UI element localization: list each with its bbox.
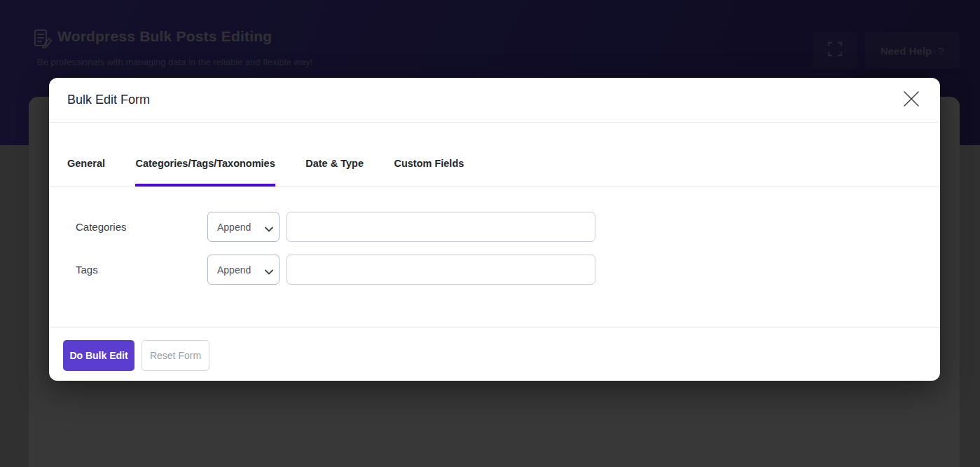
modal-form: Categories Append Tags Append [49, 187, 940, 285]
reset-form-button[interactable]: Reset Form [142, 340, 209, 371]
do-bulk-edit-button[interactable]: Do Bulk Edit [63, 340, 134, 371]
tags-input[interactable] [287, 255, 595, 285]
categories-field-row: Categories Append [76, 212, 922, 242]
modal-title: Bulk Edit Form [67, 93, 150, 107]
tab-custom-fields[interactable]: Custom Fields [394, 158, 464, 187]
modal-header: Bulk Edit Form [49, 78, 940, 123]
categories-label: Categories [76, 221, 207, 233]
modal-footer: Do Bulk Edit Reset Form [49, 327, 940, 371]
tags-label: Tags [76, 264, 207, 276]
tags-field-row: Tags Append [76, 255, 922, 285]
categories-mode-select[interactable]: Append [207, 212, 279, 242]
close-icon [902, 90, 920, 111]
tab-categories-tags-taxonomies[interactable]: Categories/Tags/Taxonomies [135, 158, 275, 187]
modal-tabs: General Categories/Tags/Taxonomies Date … [49, 157, 940, 187]
tab-general[interactable]: General [67, 158, 105, 187]
tags-mode-select-wrap: Append [207, 255, 279, 285]
tags-mode-select[interactable]: Append [207, 255, 279, 285]
tab-date-and-type[interactable]: Date & Type [305, 158, 364, 187]
bulk-edit-modal: Bulk Edit Form General Categories/Tags/T… [49, 78, 940, 381]
close-button[interactable] [901, 90, 922, 111]
page: Wordpress Bulk Posts Editing Be professi… [0, 0, 980, 467]
categories-mode-select-wrap: Append [207, 212, 279, 242]
categories-input[interactable] [287, 212, 595, 242]
